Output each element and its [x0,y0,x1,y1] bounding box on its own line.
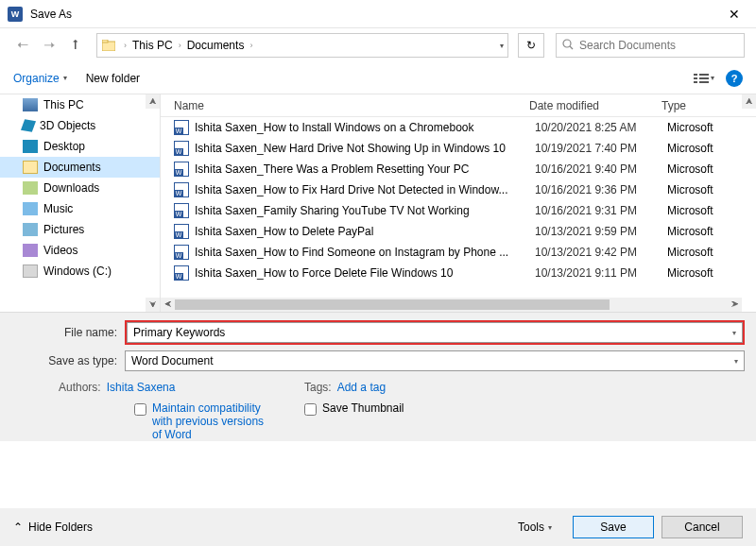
cancel-button[interactable]: Cancel [662,516,743,538]
file-type: Microsoft [667,204,756,217]
file-name: Ishita Saxen_How to Force Delete File Wi… [195,266,535,280]
horizontal-scrollbar[interactable]: ⮜ ⮞ [161,298,742,312]
tree-item-videos[interactable]: Videos [0,240,160,261]
back-button[interactable]: 🠐 [11,34,34,57]
svg-rect-6 [694,77,697,79]
word-file-icon [174,245,189,260]
file-row[interactable]: Ishita Saxen_How to Find Someone on Inst… [161,242,756,263]
compat-label[interactable]: Maintain compatibility with previous ver… [152,401,266,441]
tree-item-label: 3D Objects [40,119,95,132]
savetype-label: Save as type: [11,354,125,367]
help-button[interactable]: ? [726,70,743,87]
vid-icon [23,244,38,257]
tree-item-downloads[interactable]: Downloads [0,178,160,198]
thumbnail-label[interactable]: Save Thumbnail [322,401,436,415]
svg-rect-9 [699,81,709,83]
tools-dropdown[interactable]: Tools ▾ [518,520,552,534]
close-button[interactable]: ✕ [720,7,748,22]
tree-item-label: Desktop [43,140,85,153]
file-type: Microsoft [667,121,756,134]
tree-item-label: This PC [43,98,84,111]
folder-icon [101,38,116,53]
file-date: 10/20/2021 8:25 AM [535,121,667,134]
pic-icon [23,223,38,236]
search-box[interactable] [556,33,745,58]
forward-button[interactable]: 🠒 [38,34,60,57]
word-file-icon [174,120,189,135]
column-headers[interactable]: Name Date modified Type [161,94,756,117]
word-file-icon [174,162,189,177]
savetype-dropdown[interactable]: Word Document ▾ [125,350,745,371]
tree-item-this-pc[interactable]: This PC [0,94,160,115]
file-name: Ishita Saxen_Family Sharing YouTube TV N… [195,204,535,217]
file-row[interactable]: Ishita Saxen_There Was a Problem Resetti… [161,159,756,179]
word-app-icon: W [8,7,23,22]
scroll-right-icon[interactable]: ⮞ [728,298,742,312]
file-row[interactable]: Ishita Saxen_Family Sharing YouTube TV N… [161,200,756,221]
file-row[interactable]: Ishita Saxen_How to Fix Hard Drive Not D… [161,179,756,200]
column-name[interactable]: Name [161,99,529,112]
file-row[interactable]: Ishita Saxen_New Hard Drive Not Showing … [161,138,756,159]
file-name: Ishita Saxen_How to Find Someone on Inst… [195,246,535,259]
chevron-right-icon: › [246,41,256,50]
caret-down-icon: ▾ [548,523,552,532]
refresh-button[interactable]: ↻ [518,33,544,58]
svg-rect-1 [102,40,108,43]
search-input[interactable] [579,39,738,52]
breadcrumb[interactable]: › This PC › Documents › ▾ [96,33,508,58]
caret-down-icon[interactable]: ▾ [734,357,738,366]
tree-item-3d-objects[interactable]: 3D Objects [0,115,160,136]
word-file-icon [174,265,189,281]
scroll-thumb[interactable] [175,299,610,310]
thumbnail-checkbox[interactable] [304,403,317,416]
tree-item-label: Music [43,202,73,215]
word-file-icon [174,141,189,156]
up-button[interactable]: 🠕 [64,34,87,57]
tree-item-label: Pictures [43,223,84,236]
tree-scroll-down[interactable]: ⮟ [146,298,160,312]
file-date: 10/13/2021 9:42 PM [535,246,667,259]
file-date: 10/16/2021 9:31 PM [535,204,667,217]
caret-down-icon: ▾ [63,74,67,82]
tree-item-windows-c-[interactable]: Windows (C:) [0,261,160,282]
breadcrumb-dropdown-icon[interactable]: ▾ [500,42,504,50]
tree-item-music[interactable]: Music [0,198,160,219]
file-row[interactable]: Ishita Saxen_How to Delete PayPal10/13/2… [161,221,756,242]
view-options-button[interactable]: ▾ [692,68,716,89]
file-type: Microsoft [667,266,756,280]
new-folder-button[interactable]: New folder [86,72,140,85]
file-date: 10/13/2021 9:11 PM [535,266,667,280]
file-row[interactable]: Ishita Saxen_How to Install Windows on a… [161,117,756,138]
breadcrumb-root[interactable]: This PC [130,39,175,52]
scroll-left-icon[interactable]: ⮜ [161,298,175,312]
chevron-right-icon: › [175,41,185,50]
caret-down-icon[interactable]: ▾ [732,329,736,337]
file-name: Ishita Saxen_How to Install Windows on a… [195,121,535,134]
compat-checkbox[interactable] [134,403,146,416]
file-row[interactable]: Ishita Saxen_How to Force Delete File Wi… [161,263,756,283]
tree-item-pictures[interactable]: Pictures [0,219,160,240]
tree-item-documents[interactable]: Documents [0,157,160,178]
organize-button[interactable]: Organize▾ [13,72,67,85]
drive-icon [23,264,38,278]
svg-rect-5 [699,74,709,76]
file-name: Ishita Saxen_New Hard Drive Not Showing … [195,142,535,155]
tree-scroll-up[interactable]: ⮝ [146,94,160,109]
music-icon [23,202,38,215]
search-icon [562,39,574,53]
hide-folders-button[interactable]: ⌃ Hide Folders [13,520,93,534]
file-list: ⮝ Name Date modified Type Ishita Saxen_H… [161,94,756,312]
file-type: Microsoft [667,225,756,238]
save-button[interactable]: Save [573,516,654,538]
tags-value[interactable]: Add a tag [337,381,386,394]
tree-item-desktop[interactable]: Desktop [0,136,160,157]
list-scroll-up[interactable]: ⮝ [742,94,756,109]
file-name: Ishita Saxen_How to Delete PayPal [195,225,535,238]
authors-value[interactable]: Ishita Saxena [107,381,176,394]
word-file-icon [174,203,189,218]
breadcrumb-folder[interactable]: Documents [185,39,247,52]
column-date[interactable]: Date modified [529,99,662,112]
filename-input[interactable]: Primary Keywords ▾ [127,322,743,343]
tree-item-label: Downloads [43,181,99,195]
svg-line-3 [570,46,573,49]
